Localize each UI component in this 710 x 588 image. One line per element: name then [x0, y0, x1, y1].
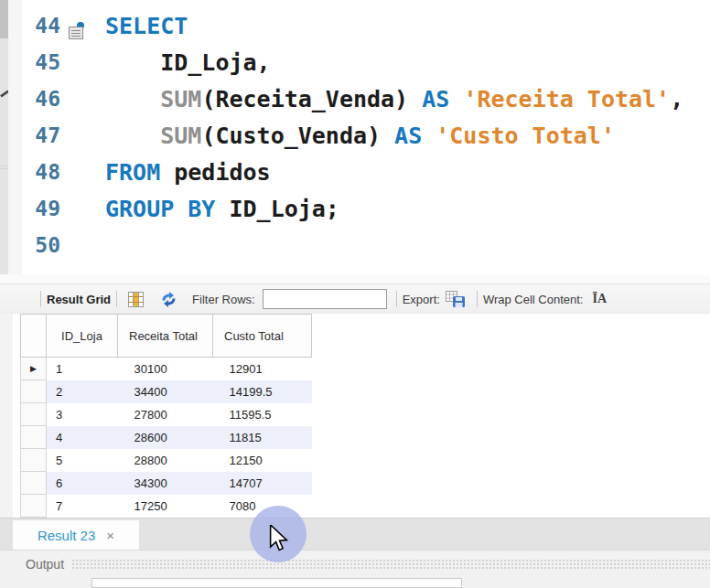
grid-cell[interactable]: 14199.5 [213, 380, 312, 403]
grid-cell[interactable]: 5 [47, 449, 118, 472]
row-selector[interactable] [21, 495, 47, 518]
table-row[interactable]: 63430014707 [21, 472, 312, 495]
table-row[interactable]: 32780011595.5 [21, 403, 312, 426]
grid-cell[interactable]: 12150 [213, 449, 312, 472]
editor-results-divider[interactable] [0, 274, 710, 284]
grid-header-row: ID_Loja Receita Total Custo Total [21, 315, 312, 358]
left-margin-dots [0, 165, 7, 170]
action-output-icon [69, 27, 83, 39]
left-margin-shadow [0, 0, 8, 38]
mouse-cursor [269, 525, 290, 557]
code-text: SELECT [105, 13, 188, 39]
refresh-icon[interactable] [160, 292, 178, 307]
code-line[interactable]: 45 ID_Loja, [22, 44, 710, 80]
result-grid-label: Result Grid [47, 293, 111, 306]
grid-cell[interactable]: 28600 [118, 426, 213, 449]
result-grid: ID_Loja Receita Total Custo Total ▶13010… [0, 314, 710, 518]
code-lines: 44SELECT45 ID_Loja,46 SUM(Receita_Venda)… [22, 7, 710, 263]
code-line[interactable]: 44SELECT [22, 7, 710, 44]
grid-cell[interactable]: 14707 [213, 472, 312, 495]
line-number: 47 [22, 123, 60, 147]
tab-close-icon[interactable]: × [106, 528, 114, 543]
row-selector[interactable] [21, 472, 47, 495]
row-selector[interactable] [21, 403, 47, 426]
grid-cell[interactable]: 12901 [213, 358, 312, 380]
result-tab-bar: Result 23 × [0, 518, 710, 550]
wrap-cell-content-icon[interactable]: ĪA [592, 292, 607, 306]
grid-view-icon[interactable] [128, 292, 144, 307]
code-line[interactable]: 48FROM pedidos [22, 154, 710, 190]
row-selector[interactable] [21, 449, 47, 472]
tab-result-23-label: Result 23 [38, 528, 95, 543]
grid-cell[interactable]: 28800 [118, 449, 213, 472]
row-selector[interactable]: ▶ [21, 358, 47, 380]
output-filter-dropdown[interactable] [91, 578, 462, 588]
export-label: Export: [403, 293, 440, 306]
output-texture [71, 559, 710, 570]
table-row[interactable]: 52880012150 [21, 449, 312, 472]
sql-editor[interactable]: 44SELECT45 ID_Loja,46 SUM(Receita_Venda)… [22, 0, 710, 274]
export-icon[interactable] [446, 291, 466, 308]
row-selector[interactable] [21, 426, 47, 449]
table-row[interactable]: 42860011815 [21, 426, 312, 449]
code-text: ID_Loja, [105, 49, 271, 76]
grid-cell[interactable]: 1 [47, 358, 118, 380]
grid-cell[interactable]: 17250 [118, 495, 213, 518]
grid-cell[interactable]: 27800 [118, 403, 213, 426]
result-grid-table: ID_Loja Receita Total Custo Total ▶13010… [20, 314, 312, 518]
output-label: Output [26, 557, 64, 572]
grid-header-id-loja[interactable]: ID_Loja [47, 315, 118, 358]
grid-header-custo-total[interactable]: Custo Total [213, 315, 312, 358]
grid-cell[interactable]: 11815 [213, 426, 312, 449]
line-number: 44 [22, 14, 60, 37]
code-line[interactable]: 46 SUM(Receita_Venda) AS 'Receita Total'… [22, 80, 710, 117]
grid-cell[interactable]: 2 [47, 380, 118, 403]
line-number: 50 [22, 233, 60, 257]
grid-cell[interactable]: 11595.5 [213, 403, 312, 426]
grid-left-padding [0, 314, 13, 518]
toolbar-separator [116, 291, 117, 307]
filter-rows-input[interactable] [263, 289, 387, 309]
grid-cell[interactable]: 34300 [118, 472, 213, 495]
filter-rows-label: Filter Rows: [192, 293, 255, 306]
toolbar-separator [477, 291, 478, 307]
grid-cell[interactable]: 7 [47, 495, 118, 518]
grid-cell[interactable]: 30100 [118, 358, 213, 380]
line-number: 46 [22, 87, 60, 111]
left-margin [0, 0, 8, 274]
code-text: FROM pedidos [105, 159, 271, 186]
code-text: SUM(Custo_Venda) AS 'Custo Total' [105, 123, 615, 149]
result-grid-toolbar: Result Grid Filter Rows: Export: [0, 284, 710, 314]
grid-header-receita-total[interactable]: Receita Total [118, 315, 213, 358]
grid-cell[interactable]: 4 [47, 426, 118, 449]
grid-cell[interactable]: 6 [47, 472, 118, 495]
table-row[interactable]: ▶13010012901 [21, 358, 312, 380]
line-number: 48 [22, 160, 60, 184]
tab-result-23[interactable]: Result 23 × [13, 520, 139, 551]
toolbar-separator [396, 291, 397, 307]
line-number: 45 [22, 50, 60, 74]
code-line[interactable]: 49GROUP BY ID_Loja; [22, 190, 710, 227]
output-section-header[interactable]: Output [26, 555, 710, 573]
code-line[interactable]: 50 [22, 227, 710, 263]
grid-cell[interactable]: 34400 [118, 380, 213, 403]
grid-header-marker[interactable] [21, 315, 47, 358]
line-number: 49 [22, 197, 60, 220]
table-row[interactable]: 23440014199.5 [21, 380, 312, 403]
row-selector[interactable] [21, 380, 47, 403]
grid-body: ▶1301001290123440014199.532780011595.542… [21, 358, 312, 519]
toolbar-separator [40, 291, 41, 307]
editor-gutter-margin [8, 0, 22, 274]
code-text: GROUP BY ID_Loja; [105, 196, 339, 222]
code-text: SUM(Receita_Venda) AS 'Receita Total', [105, 86, 683, 112]
mysql-workbench-panel: 44SELECT45 ID_Loja,46 SUM(Receita_Venda)… [0, 0, 710, 588]
code-line[interactable]: 47 SUM(Custo_Venda) AS 'Custo Total' [22, 117, 710, 154]
grid-cell[interactable]: 3 [47, 403, 118, 426]
wrap-cell-content-label: Wrap Cell Content: [483, 293, 584, 306]
